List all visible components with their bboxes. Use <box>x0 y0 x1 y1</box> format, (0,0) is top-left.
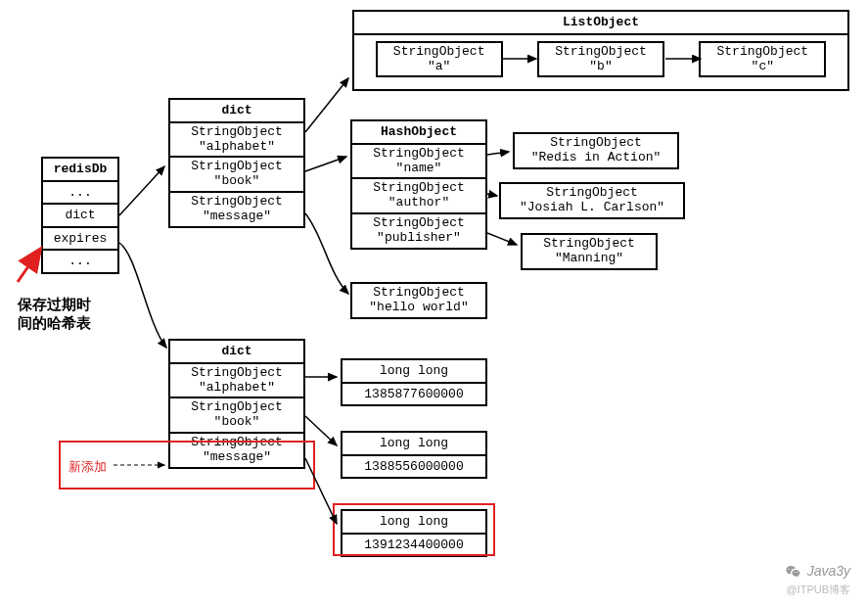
type-label: StringObject <box>191 435 283 449</box>
list-item-a: StringObject "a" <box>376 41 503 78</box>
redisdb-dict-row: dict <box>43 205 117 228</box>
wechat-icon <box>785 564 800 580</box>
type-label: StringObject <box>555 44 647 59</box>
value-label: "hello world" <box>369 300 468 314</box>
redisdb-row: ... <box>43 182 117 206</box>
list-item-c: StringObject "c" <box>699 41 826 78</box>
svg-line-0 <box>18 251 39 282</box>
hashobject-title: HashObject <box>352 121 485 145</box>
svg-line-11 <box>305 458 337 524</box>
value-label: "Josiah L. Carlson" <box>520 200 664 214</box>
watermark-java3y: Java3y <box>785 563 850 580</box>
type-label: StringObject <box>191 194 283 209</box>
value-label: "c" <box>752 59 774 73</box>
new-added-label: 新添加 <box>69 458 107 476</box>
type-label: StringObject <box>191 399 283 414</box>
expires-key-alphabet: StringObject "alphabet" <box>170 364 303 399</box>
value-label: "alphabet" <box>199 380 275 395</box>
value-label: "book" <box>214 173 260 188</box>
expires-key-book: StringObject "book" <box>170 398 303 434</box>
type-label: StringObject <box>373 146 465 161</box>
value-label: "message" <box>203 449 271 464</box>
list-item-b: StringObject "b" <box>537 41 664 78</box>
value-label: "a" <box>428 59 450 73</box>
type-label: long long <box>343 360 485 384</box>
value-label: "b" <box>589 59 612 73</box>
value-label: "author" <box>388 195 449 210</box>
value-label: 1385877600000 <box>343 384 485 405</box>
svg-line-3 <box>305 157 346 171</box>
main-dict-key-book: StringObject "book" <box>170 158 303 193</box>
value-label: "name" <box>396 161 442 175</box>
watermark-itpub: @ITPUB博客 <box>786 583 850 597</box>
expires-dict-title: dict <box>170 341 303 364</box>
svg-line-10 <box>305 416 337 445</box>
listobject-box: ListObject StringObject "a" StringObject… <box>352 10 849 91</box>
main-dict-key-message: StringObject "message" <box>170 193 303 226</box>
expires-key-message: StringObject "message" <box>170 434 303 467</box>
main-dict-key-alphabet: StringObject "alphabet" <box>170 123 303 159</box>
value-label: "Manning" <box>555 251 623 265</box>
redisdb-title: redisDb <box>43 159 117 182</box>
main-dict-title: dict <box>170 100 303 123</box>
value-label: 1388556000000 <box>343 456 485 478</box>
hash-value-manning: StringObject "Manning" <box>521 233 658 270</box>
redisdb-box: redisDb ... dict expires ... <box>41 157 119 274</box>
longlong-message: long long 1391234400000 <box>341 509 487 557</box>
value-label: "alphabet" <box>199 139 275 154</box>
svg-line-8 <box>487 233 517 245</box>
type-label: StringObject <box>543 236 635 251</box>
redisdb-expires-row: expires <box>43 228 117 252</box>
svg-line-6 <box>487 152 509 155</box>
value-label: "Redis in Action" <box>531 150 662 164</box>
hash-value-redis-in-action: StringObject "Redis in Action" <box>513 132 679 169</box>
longlong-alphabet: long long 1385877600000 <box>341 358 487 406</box>
listobject-title: ListObject <box>354 12 847 35</box>
value-label: "message" <box>203 209 271 223</box>
expires-dict-box: dict StringObject "alphabet" StringObjec… <box>168 339 305 469</box>
svg-line-1 <box>119 166 164 215</box>
hashobject-box: HashObject StringObject "name" StringObj… <box>350 119 487 250</box>
hash-field-name: StringObject "name" <box>352 145 485 180</box>
value-label: "publisher" <box>377 230 461 245</box>
type-label: StringObject <box>191 124 283 139</box>
longlong-book: long long 1388556000000 <box>341 431 487 479</box>
type-label: StringObject <box>717 44 809 59</box>
type-label: StringObject <box>373 215 465 230</box>
type-label: StringObject <box>546 185 638 200</box>
svg-line-2 <box>305 78 348 132</box>
hash-field-author: StringObject "author" <box>352 179 485 214</box>
main-dict-box: dict StringObject "alphabet" StringObjec… <box>168 98 305 228</box>
watermark-text: Java3y <box>807 563 850 579</box>
hello-world-box: StringObject "hello world" <box>350 282 487 319</box>
type-label: long long <box>343 511 485 535</box>
type-label: StringObject <box>373 285 465 300</box>
hash-field-publisher: StringObject "publisher" <box>352 214 485 248</box>
type-label: StringObject <box>191 159 283 173</box>
type-label: StringObject <box>373 180 465 195</box>
type-label: long long <box>343 433 485 456</box>
type-label: StringObject <box>393 44 485 59</box>
expires-callout: 保存过期时 间的哈希表 <box>18 296 91 333</box>
type-label: StringObject <box>191 365 283 380</box>
value-label: 1391234400000 <box>343 535 485 556</box>
redisdb-row: ... <box>43 251 117 272</box>
hash-value-carlson: StringObject "Josiah L. Carlson" <box>499 182 685 219</box>
svg-line-7 <box>487 194 497 196</box>
type-label: StringObject <box>550 135 642 150</box>
value-label: "book" <box>214 414 260 429</box>
